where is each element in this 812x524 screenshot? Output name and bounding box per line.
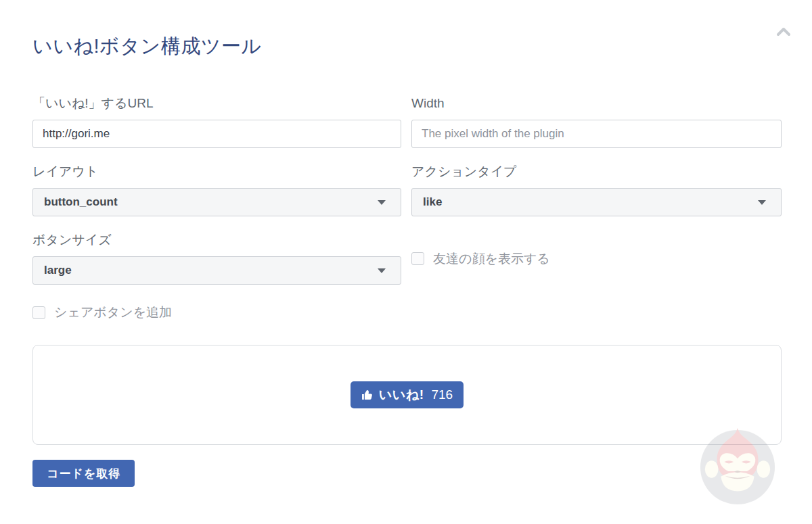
layout-field-group: レイアウト button_count xyxy=(32,164,401,216)
show-faces-checkbox[interactable] xyxy=(411,252,424,265)
show-faces-checkbox-label: 友達の顔を表示する xyxy=(433,250,550,268)
action-type-select-value: like xyxy=(423,195,442,209)
button-size-select-value: large xyxy=(44,264,72,277)
layout-select[interactable]: button_count xyxy=(32,188,401,216)
layout-select-label: レイアウト xyxy=(32,164,401,179)
thumbs-up-icon xyxy=(361,389,373,401)
width-field-group: Width xyxy=(411,96,782,148)
action-type-field-group: アクションタイプ like xyxy=(411,164,782,216)
like-count: 716 xyxy=(431,387,453,402)
like-button-label: いいね! xyxy=(379,386,424,404)
action-type-select-label: アクションタイプ xyxy=(411,164,782,179)
url-field-label: 「いいね!」するURL xyxy=(32,96,401,111)
layout-select-value: button_count xyxy=(44,195,118,209)
button-size-field-group: ボタンサイズ large xyxy=(32,233,401,285)
share-button-checkbox[interactable] xyxy=(32,306,45,319)
form-row-url-width: 「いいね!」するURL Width xyxy=(32,96,782,148)
get-code-button[interactable]: コードを取得 xyxy=(32,460,135,487)
share-button-checkbox-label: シェアボタンを追加 xyxy=(54,304,172,321)
width-input[interactable] xyxy=(411,120,782,148)
show-faces-checkbox-row[interactable]: 友達の顔を表示する xyxy=(411,250,782,268)
button-size-select-label: ボタンサイズ xyxy=(32,233,401,247)
like-button-configurator-panel: いいね!ボタン構成ツール 「いいね!」するURL Width レイアウト but… xyxy=(32,0,782,487)
caret-down-icon xyxy=(378,268,386,273)
form-row-size-faces: ボタンサイズ large 友達の顔を表示する xyxy=(32,233,782,285)
url-field-group: 「いいね!」するURL xyxy=(32,96,401,148)
page-title: いいね!ボタン構成ツール xyxy=(32,35,782,57)
action-type-select[interactable]: like xyxy=(411,188,782,216)
url-input[interactable] xyxy=(32,120,401,148)
form-row-layout-action: レイアウト button_count アクションタイプ like xyxy=(32,164,782,216)
facebook-like-button-preview[interactable]: いいね! 716 xyxy=(351,381,464,408)
plugin-preview-box: いいね! 716 xyxy=(32,345,782,445)
share-button-checkbox-row[interactable]: シェアボタンを追加 xyxy=(32,304,782,321)
button-size-select[interactable]: large xyxy=(32,256,401,285)
caret-down-icon xyxy=(378,200,386,205)
caret-down-icon xyxy=(758,200,766,205)
width-field-label: Width xyxy=(411,96,782,111)
